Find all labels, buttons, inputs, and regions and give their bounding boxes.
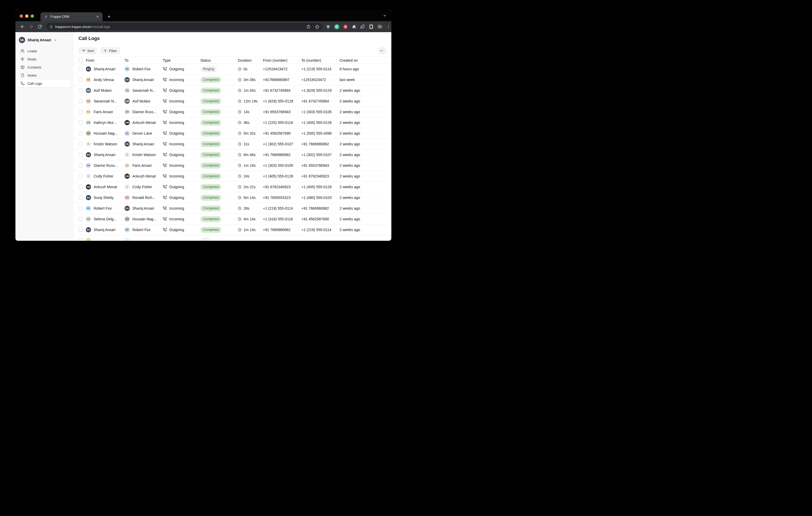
column-header-created-on[interactable]: Created on xyxy=(340,58,392,62)
extension-grammarly-icon[interactable]: G xyxy=(333,23,340,30)
table-row[interactable]: AV Andy Viessa SA Shariq Ansari Incoming… xyxy=(73,74,392,85)
row-checkbox[interactable] xyxy=(79,110,83,114)
clock-icon xyxy=(238,196,241,200)
from-avatar xyxy=(86,238,91,241)
incoming-call-icon xyxy=(163,217,167,221)
to-number: +1 (303) 555-0105 xyxy=(301,110,340,114)
row-checkbox[interactable] xyxy=(79,153,83,157)
column-header-status[interactable]: Status xyxy=(200,58,238,62)
select-all-checkbox[interactable] xyxy=(79,58,83,62)
table-row[interactable]: HN Hussain Nag... DL Devon Lane Outgoing… xyxy=(73,128,392,139)
table-row[interactable]: FA Faris Ansari DR Dianne Russ... Outgoi… xyxy=(73,107,392,117)
zoom-window-button[interactable] xyxy=(31,14,34,18)
row-checkbox[interactable] xyxy=(79,121,83,125)
table-row[interactable]: SD Selena Delg... HN Hussain Nag... Inco… xyxy=(73,214,392,224)
from-name: Shariq Ansari xyxy=(94,67,115,71)
status-badge xyxy=(200,238,210,241)
side-panel-icon[interactable] xyxy=(368,23,375,30)
browser-toolbar: frappecrm.frappe.cloud/crm/call-logs G S… xyxy=(16,21,392,32)
browser-profile-avatar[interactable]: SA xyxy=(376,23,383,30)
table-row[interactable]: DR Dianne Russ... FA Faris Ansari Incomi… xyxy=(73,160,392,171)
sort-button[interactable]: Sort xyxy=(79,47,97,54)
duration-value: 8m 48s xyxy=(243,153,256,157)
table-row[interactable]: RF Robert Fox SA Shariq Ansari Incoming … xyxy=(73,203,392,214)
browser-menu-icon[interactable] xyxy=(385,23,392,30)
sidebar-item-leads[interactable]: Leads xyxy=(17,47,70,55)
row-checkbox[interactable] xyxy=(79,142,83,146)
from-avatar: SD xyxy=(86,216,91,222)
extension-github-icon[interactable] xyxy=(325,23,331,30)
row-checkbox[interactable] xyxy=(79,99,83,103)
row-checkbox[interactable] xyxy=(79,78,83,82)
bookmark-star-icon[interactable] xyxy=(314,24,320,30)
call-type-label: Incoming xyxy=(169,142,184,146)
to-name: Robert Fox xyxy=(133,228,150,232)
forward-icon[interactable] xyxy=(28,23,34,30)
table-row[interactable]: SA Shariq Ansari RF Robert Fox Outgoing … xyxy=(73,64,392,74)
to-number: +91 7666980882 xyxy=(301,142,340,146)
browser-tab[interactable]: F Frappe CRM ✕ xyxy=(40,12,103,21)
address-bar[interactable]: frappecrm.frappe.cloud/crm/call-logs xyxy=(46,23,323,30)
notes-icon xyxy=(21,73,25,78)
tab-close-icon[interactable]: ✕ xyxy=(95,14,100,19)
column-header-from-number[interactable]: From (number) xyxy=(263,58,301,62)
row-checkbox[interactable] xyxy=(79,238,83,241)
sidebar-item-contacts[interactable]: Contacts xyxy=(17,63,70,71)
table-row[interactable]: SN Savannah N... AM Asif Mulani Incoming… xyxy=(73,96,392,107)
table-row[interactable]: AM Ankush Menat C Cody Fisher Outgoing C… xyxy=(73,182,392,192)
new-tab-button[interactable]: + xyxy=(106,13,113,20)
more-options-button[interactable] xyxy=(379,47,386,54)
extensions-puzzle-icon[interactable] xyxy=(351,23,357,30)
to-avatar: AM xyxy=(124,98,130,104)
back-icon[interactable] xyxy=(19,23,26,30)
user-menu[interactable]: SA Shariq Ansari xyxy=(19,36,70,44)
chevron-down-icon xyxy=(54,38,57,42)
tab-search-chevron-icon[interactable] xyxy=(383,14,387,19)
sidebar-item-deals[interactable]: Deals xyxy=(17,55,70,63)
table-row[interactable]: C Cody Fisher AM Ankush Menat Incoming C… xyxy=(73,171,392,182)
to-number: +1 (405) 555-0128 xyxy=(301,121,340,125)
row-checkbox[interactable] xyxy=(79,185,83,189)
table-row[interactable]: K Kristin Watson SA Shariq Ansari Incomi… xyxy=(73,139,392,150)
created-on: 2 weeks ago xyxy=(340,121,392,125)
clock-icon xyxy=(238,131,241,135)
to-name: Savannah N... xyxy=(133,88,156,93)
column-header-to[interactable]: To xyxy=(124,58,163,62)
table-row[interactable]: SS Suraj Shetty RR Ronald Rich... Outgoi… xyxy=(73,192,392,203)
table-row[interactable]: SA Shariq Ansari K Kristin Watson Outgoi… xyxy=(73,150,392,160)
sidebar-item-notes[interactable]: Notes xyxy=(17,71,70,79)
row-checkbox[interactable] xyxy=(79,131,83,135)
minimize-window-button[interactable] xyxy=(25,14,29,18)
column-header-to-number[interactable]: To (number) xyxy=(301,58,340,62)
filter-button[interactable]: Filter xyxy=(100,47,120,54)
row-checkbox[interactable] xyxy=(79,67,83,71)
row-checkbox[interactable] xyxy=(79,217,83,221)
to-avatar: DL xyxy=(124,131,130,136)
close-window-button[interactable] xyxy=(20,14,23,18)
sidebar-item-call-logs[interactable]: Call Logs xyxy=(17,80,70,87)
column-header-from[interactable]: From xyxy=(86,58,124,62)
to-avatar: DR xyxy=(124,109,130,115)
row-checkbox[interactable] xyxy=(79,163,83,168)
column-header-duration[interactable]: Duration xyxy=(238,58,263,62)
table-row[interactable]: SA Shariq Ansari RF Robert Fox Outgoing … xyxy=(73,224,392,235)
row-checkbox[interactable] xyxy=(79,174,83,178)
table-row[interactable] xyxy=(73,235,392,241)
sidebar-item-label: Leads xyxy=(27,49,37,53)
extension-adblock-icon[interactable] xyxy=(342,23,349,30)
table-row[interactable]: AM Asif Mulani SN Savannah N... Outgoing… xyxy=(73,85,392,96)
column-header-type[interactable]: Type xyxy=(163,58,200,62)
created-on: 2 weeks ago xyxy=(340,195,392,200)
to-name: Shariq Ansari xyxy=(133,206,154,210)
phone-icon xyxy=(21,81,25,86)
tab-title: Frappe CRM xyxy=(51,15,95,19)
row-checkbox[interactable] xyxy=(79,195,83,200)
row-checkbox[interactable] xyxy=(79,206,83,210)
extension-leaf-icon[interactable] xyxy=(359,23,366,30)
to-number: +1 (629) 555-0129 xyxy=(301,88,340,93)
row-checkbox[interactable] xyxy=(79,88,83,93)
row-checkbox[interactable] xyxy=(79,228,83,232)
table-row[interactable]: KM Kathryn Mur... AM Ankush Menat Incomi… xyxy=(73,117,392,128)
refresh-icon[interactable] xyxy=(36,23,43,30)
share-icon[interactable] xyxy=(305,24,312,30)
